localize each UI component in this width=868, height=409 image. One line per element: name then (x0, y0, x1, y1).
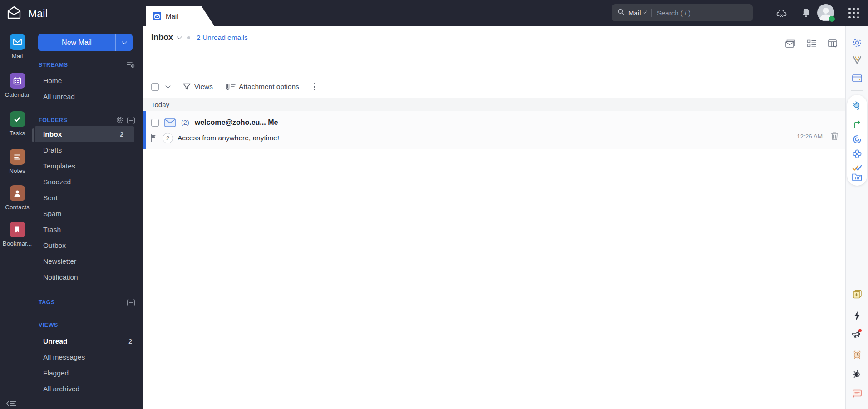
mail-sidebar: New Mail STREAMS Home All unread FOLDERS (35, 26, 143, 409)
v-clip-icon[interactable] (846, 54, 868, 65)
clover-knot-icon[interactable] (847, 149, 867, 159)
rail-item-tasks[interactable]: Tasks (0, 111, 35, 137)
streams-settings-icon[interactable] (127, 61, 135, 69)
add-folder-icon[interactable] (127, 117, 135, 124)
column-view-icon[interactable] (828, 39, 838, 50)
email-subject: Access from anywhere, anytime! (178, 134, 279, 142)
rail-item-mail[interactable]: Mail (0, 34, 35, 59)
mail-list-pane: Inbox 2 Unread emails (143, 26, 845, 409)
sidebar-item-label: Snoozed (43, 178, 71, 186)
apps-grid-icon[interactable] (848, 8, 859, 19)
add-note-icon[interactable] (846, 289, 868, 300)
sidebar-item-templates[interactable]: Templates (35, 158, 143, 174)
rail-scrollbar-thumb[interactable] (32, 128, 34, 142)
double-check-icon[interactable] (847, 163, 867, 172)
list-toolbar: Views Attachment options (143, 76, 845, 98)
sidebar-item-snoozed[interactable]: Snoozed (35, 174, 143, 190)
sidebar-item-flagged[interactable]: Flagged (35, 365, 143, 381)
rail-label: Notes (0, 168, 35, 174)
section-views: VIEWS (35, 319, 143, 331)
mail-tab-icon (153, 12, 161, 20)
select-dropdown-chevron-icon[interactable] (165, 83, 170, 88)
folder-chart-icon[interactable] (847, 172, 867, 182)
search-bar[interactable]: Mail (612, 4, 753, 21)
sidebar-item-newsletter[interactable]: Newsletter (35, 253, 143, 269)
attachment-icon (226, 83, 236, 91)
divider (851, 90, 863, 91)
message-preview-toggle-icon[interactable] (785, 39, 796, 50)
cloud-sync-icon[interactable] (774, 0, 790, 26)
sidebar-item-label: All archived (43, 385, 79, 393)
search-input[interactable] (657, 9, 747, 17)
attachment-options-label: Attachment options (239, 83, 299, 91)
sidebar-item-sent[interactable]: Sent (35, 190, 143, 206)
inbox-unread-count: 2 (120, 131, 123, 138)
sidebar-item-all-unread[interactable]: All unread (35, 89, 143, 104)
dark-mode-toggle-icon[interactable] (846, 369, 868, 380)
rail-label: Mail (0, 53, 35, 59)
attachment-options-button[interactable]: Attachment options (226, 83, 299, 91)
mail-app-icon (10, 34, 25, 50)
notifications-bell-icon[interactable] (798, 0, 814, 26)
select-all-checkbox[interactable] (151, 83, 159, 91)
folder-chevron-icon[interactable] (177, 34, 182, 39)
sidebar-item-home[interactable]: Home (35, 73, 143, 89)
feedback-chat-icon[interactable] (846, 389, 868, 399)
rail-item-calendar[interactable]: Calendar (0, 73, 35, 98)
green-redirect-icon[interactable] (847, 119, 867, 129)
app-title: Mail (28, 8, 48, 20)
app-logo[interactable]: Mail (6, 5, 48, 22)
sidebar-item-notification[interactable]: Notification (35, 269, 143, 285)
rail-item-notes[interactable]: Notes (0, 149, 35, 174)
zoho-mail-logo-icon (6, 5, 22, 22)
email-row[interactable]: (2) welcome@zoho.eu... Me 2 Access from … (143, 111, 845, 149)
section-folders: FOLDERS (35, 114, 143, 126)
sidebar-item-inbox[interactable]: Inbox 2 (35, 126, 134, 142)
link-swirl-icon[interactable] (847, 134, 867, 144)
sidebar-item-label: Outbox (43, 241, 66, 250)
sidebar-item-all-messages[interactable]: All messages (35, 349, 143, 365)
funnel-icon (182, 83, 191, 91)
search-scope-select[interactable]: Mail (628, 9, 641, 17)
sidebar-item-spam[interactable]: Spam (35, 206, 143, 222)
alarm-clock-icon[interactable] (846, 349, 868, 360)
add-tag-icon[interactable] (127, 299, 135, 306)
unread-emails-link[interactable]: 2 Unread emails (197, 34, 248, 42)
sidebar-item-label: Inbox (43, 130, 62, 138)
current-folder-title[interactable]: Inbox (151, 33, 173, 42)
collapse-sidebar-icon[interactable] (6, 399, 17, 409)
flag-icon[interactable] (149, 133, 158, 143)
sidebar-item-all-archived[interactable]: All archived (35, 381, 143, 397)
sidebar-item-label: Notification (43, 273, 78, 281)
unread-accent-bar (143, 111, 146, 149)
tab-mail[interactable]: Mail (146, 6, 215, 26)
section-tags-title: TAGS (39, 299, 55, 306)
integrations-plug-icon[interactable] (847, 100, 867, 111)
settings-gear-icon[interactable] (846, 37, 868, 48)
rail-item-bookmarks[interactable]: Bookmar... (0, 222, 35, 247)
user-avatar[interactable] (817, 4, 834, 21)
lightning-bolt-icon[interactable] (846, 311, 868, 321)
sidebar-item-label: Sent (43, 194, 58, 202)
list-view-icon[interactable] (807, 39, 817, 50)
sidebar-item-label: Home (43, 77, 62, 85)
status-online-dot (829, 16, 835, 22)
sidebar-item-drafts[interactable]: Drafts (35, 142, 143, 158)
rail-item-contacts[interactable]: Contacts (0, 185, 35, 211)
delete-email-icon[interactable] (830, 131, 839, 143)
folders-settings-gear-icon[interactable] (116, 116, 124, 125)
sidebar-item-trash[interactable]: Trash (35, 222, 143, 237)
views-filter-button[interactable]: Views (182, 83, 213, 91)
wallet-icon[interactable] (846, 73, 868, 83)
announcements-megaphone-icon[interactable] (846, 328, 868, 340)
section-streams-title: STREAMS (39, 62, 68, 68)
new-mail-button[interactable]: New Mail (38, 34, 133, 51)
email-checkbox[interactable] (151, 119, 159, 127)
sidebar-item-unread[interactable]: Unread 2 (35, 333, 143, 349)
sidebar-item-label: Flagged (43, 369, 69, 377)
more-options-icon[interactable] (314, 83, 316, 91)
new-mail-label[interactable]: New Mail (38, 34, 116, 51)
sidebar-item-outbox[interactable]: Outbox (35, 237, 143, 253)
app-rail: Mail Calendar Tasks (0, 26, 35, 409)
new-mail-dropdown[interactable] (116, 34, 133, 51)
